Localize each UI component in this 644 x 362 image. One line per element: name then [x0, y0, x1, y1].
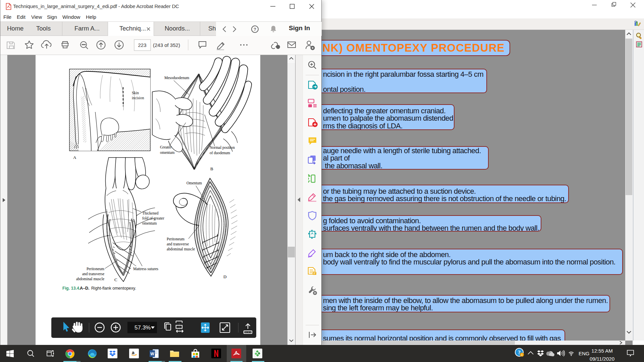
- svg-text:fold of greater: fold of greater: [142, 216, 164, 221]
- svg-text:Thickened: Thickened: [142, 211, 159, 215]
- svg-text:B: B: [210, 166, 213, 171]
- svg-text:Skin: Skin: [132, 91, 139, 95]
- svg-text:Peritoneum: Peritoneum: [87, 267, 104, 271]
- svg-text:abdominal muscle: abdominal muscle: [76, 277, 104, 281]
- svg-text:W: W: [150, 352, 154, 356]
- svg-text:incision: incision: [132, 96, 144, 100]
- svg-text:i: i: [522, 353, 523, 357]
- svg-text:Normal position: Normal position: [210, 145, 235, 150]
- svg-text:A: A: [73, 155, 76, 160]
- svg-text:abdominal muscle: abdominal muscle: [167, 247, 195, 251]
- svg-text:and transverse: and transverse: [82, 272, 104, 276]
- svg-text:D: D: [223, 274, 226, 279]
- svg-text:?: ?: [254, 27, 256, 32]
- svg-text:Mattress sutures: Mattress sutures: [133, 267, 159, 271]
- svg-text:of duodenum: of duodenum: [210, 151, 230, 155]
- svg-text:223: 223: [138, 42, 146, 48]
- svg-text:a: a: [132, 350, 135, 355]
- svg-text:and transverse: and transverse: [167, 242, 189, 246]
- svg-text:omentum: omentum: [160, 150, 174, 155]
- svg-text:A–D.: A–D.: [80, 286, 89, 291]
- svg-text:57.3%: 57.3%: [135, 324, 151, 331]
- svg-text:C: C: [114, 277, 117, 282]
- svg-text:Fig. 13.4.: Fig. 13.4.: [62, 286, 80, 291]
- svg-text:(243 of 352): (243 of 352): [153, 42, 180, 48]
- svg-text:Right-flank omentopexy.: Right-flank omentopexy.: [91, 286, 136, 291]
- svg-text:Greater: Greater: [160, 145, 172, 149]
- svg-text:Omentum: Omentum: [186, 181, 202, 185]
- svg-text:omentum: omentum: [142, 221, 157, 225]
- svg-text:Peritoneum: Peritoneum: [167, 237, 184, 241]
- svg-text:Mesoduodenum: Mesoduodenum: [164, 76, 189, 80]
